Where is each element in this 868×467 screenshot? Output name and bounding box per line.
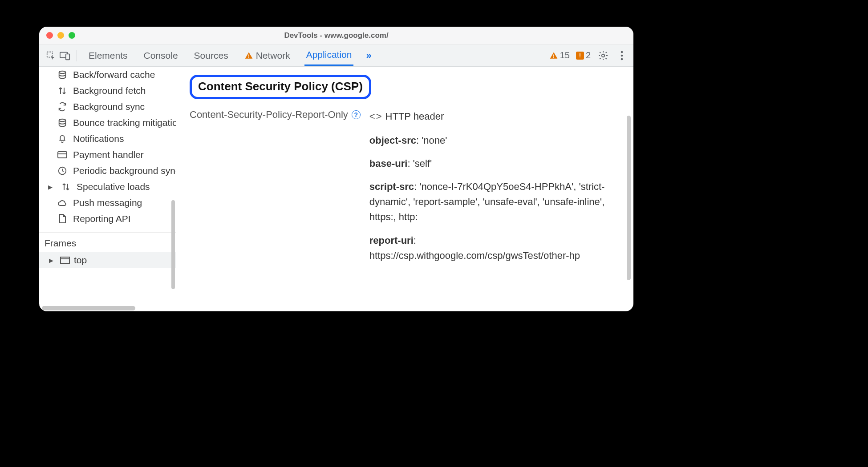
sidebar-item-payment-handler[interactable]: Payment handler	[39, 147, 176, 163]
database-icon	[57, 69, 68, 80]
sidebar-item-bf-cache[interactable]: Back/forward cache	[39, 67, 176, 83]
sidebar-label: Speculative loads	[77, 181, 150, 192]
warning-triangle-icon	[549, 51, 558, 60]
csp-header-name-col: Content-Security-Policy-Report-Only ?	[190, 109, 361, 121]
tab-sources[interactable]: Sources	[192, 46, 230, 65]
minimize-button[interactable]	[57, 32, 64, 39]
directive-name: report-uri	[369, 235, 414, 246]
svg-rect-13	[58, 152, 67, 158]
issues-icon: !	[576, 52, 584, 60]
directive-value: : 'self'	[407, 158, 432, 169]
sidebar-item-periodic-sync[interactable]: Periodic background sync	[39, 163, 176, 179]
svg-rect-4	[248, 57, 249, 58]
directive-name: object-src	[369, 135, 416, 146]
updown-arrows-icon	[61, 181, 71, 192]
directive-name: base-uri	[369, 158, 408, 169]
sidebar-label: Background sync	[73, 101, 145, 112]
card-icon	[57, 149, 68, 160]
csp-directive-row: script-src: 'nonce-I-7rK04QpY5oeS4-HPPkh…	[369, 179, 610, 225]
more-tabs-button[interactable]: »	[366, 50, 371, 61]
help-icon[interactable]: ?	[352, 110, 361, 119]
sidebar-horizontal-scrollbar[interactable]	[39, 305, 176, 311]
sidebar-item-reporting-api[interactable]: Reporting API	[39, 211, 176, 227]
warnings-badge[interactable]: 15	[549, 50, 570, 60]
sidebar-item-bg-fetch[interactable]: Background fetch	[39, 83, 176, 99]
svg-rect-16	[61, 257, 69, 263]
sidebar-item-notifications[interactable]: Notifications	[39, 131, 176, 147]
toolbar-right: 15 ! 2	[549, 49, 628, 62]
sync-icon	[57, 101, 68, 112]
csp-panel: Content Security Policy (CSP) Content-Se…	[176, 67, 633, 311]
code-brackets-icon: < >	[369, 109, 381, 124]
directive-value: : 'none'	[416, 135, 447, 146]
tab-application[interactable]: Application	[304, 45, 354, 66]
directive-name: script-src	[369, 181, 414, 192]
sidebar-label: Bounce tracking mitigations	[73, 117, 176, 128]
main-vertical-scrollbar[interactable]	[627, 116, 631, 280]
frames-section-label: Frames	[39, 232, 176, 252]
svg-point-10	[621, 58, 623, 60]
tab-label: Elements	[89, 50, 128, 61]
sidebar-vertical-scrollbar[interactable]	[171, 200, 175, 289]
svg-rect-3	[248, 54, 249, 56]
svg-point-11	[59, 71, 66, 74]
devtools-window: DevTools - www.google.com/ Elements Cons…	[39, 27, 633, 311]
sidebar-item-bg-sync[interactable]: Background sync	[39, 99, 176, 115]
sidebar-label: Notifications	[73, 133, 124, 144]
warning-count: 15	[560, 50, 570, 60]
csp-directive-row: object-src: 'none'	[369, 133, 610, 148]
tab-label: Network	[256, 50, 290, 61]
kebab-menu-icon[interactable]	[616, 49, 628, 62]
csp-value-col: < > HTTP header object-src: 'none' base-…	[369, 109, 610, 271]
csp-source: < > HTTP header	[369, 109, 610, 124]
sidebar-item-speculative-loads[interactable]: ▶ Speculative loads	[39, 179, 176, 195]
sidebar-item-bounce-tracking[interactable]: Bounce tracking mitigations	[39, 115, 176, 131]
sidebar-item-push-messaging[interactable]: Push messaging	[39, 195, 176, 211]
tab-network[interactable]: Network	[243, 46, 292, 65]
warning-triangle-icon	[244, 51, 253, 60]
tab-label: Sources	[194, 50, 228, 61]
content-area: Back/forward cache Background fetch Back…	[39, 67, 633, 311]
cloud-icon	[57, 197, 68, 208]
maximize-button[interactable]	[69, 32, 75, 39]
expand-arrow-icon: ▶	[49, 257, 56, 264]
issues-count: 2	[586, 50, 591, 60]
window-title: DevTools - www.google.com/	[39, 31, 633, 40]
svg-point-7	[602, 54, 604, 56]
svg-point-9	[621, 54, 623, 56]
updown-arrows-icon	[57, 85, 68, 96]
csp-heading: Content Security Policy (CSP)	[198, 80, 363, 93]
inspect-icon[interactable]	[45, 49, 57, 62]
devtools-toolbar: Elements Console Sources Network Applica…	[39, 44, 633, 67]
tab-elements[interactable]: Elements	[87, 46, 130, 65]
frame-top[interactable]: ▶ top	[39, 252, 176, 268]
csp-directive-row: report-uri: https://csp.withgoogle.com/c…	[369, 233, 610, 263]
database-icon	[57, 117, 68, 128]
file-icon	[57, 213, 68, 224]
csp-directive-row: base-uri: 'self'	[369, 156, 610, 171]
expand-arrow-icon: ▶	[48, 184, 55, 190]
panel-tabs: Elements Console Sources Network Applica…	[87, 45, 372, 66]
titlebar: DevTools - www.google.com/	[39, 27, 633, 44]
tab-label: Console	[144, 50, 178, 61]
svg-point-12	[59, 119, 66, 122]
settings-icon[interactable]	[597, 49, 609, 62]
close-button[interactable]	[46, 32, 53, 39]
svg-rect-5	[553, 54, 554, 56]
frame-label: top	[74, 255, 87, 266]
svg-point-8	[621, 51, 623, 53]
tab-console[interactable]: Console	[142, 46, 180, 65]
window-icon	[60, 256, 70, 264]
csp-source-label: HTTP header	[385, 109, 444, 124]
sidebar-label: Push messaging	[73, 197, 142, 208]
csp-heading-highlight: Content Security Policy (CSP)	[190, 75, 371, 99]
sidebar-label: Back/forward cache	[73, 69, 155, 80]
sidebar-label: Payment handler	[73, 149, 144, 160]
issues-badge[interactable]: ! 2	[576, 50, 591, 60]
device-toggle-icon[interactable]	[59, 49, 71, 62]
svg-rect-6	[553, 57, 554, 58]
window-controls	[46, 32, 75, 39]
toolbar-separator	[77, 50, 77, 61]
clock-icon	[57, 165, 68, 176]
sidebar-label: Reporting API	[73, 213, 131, 224]
